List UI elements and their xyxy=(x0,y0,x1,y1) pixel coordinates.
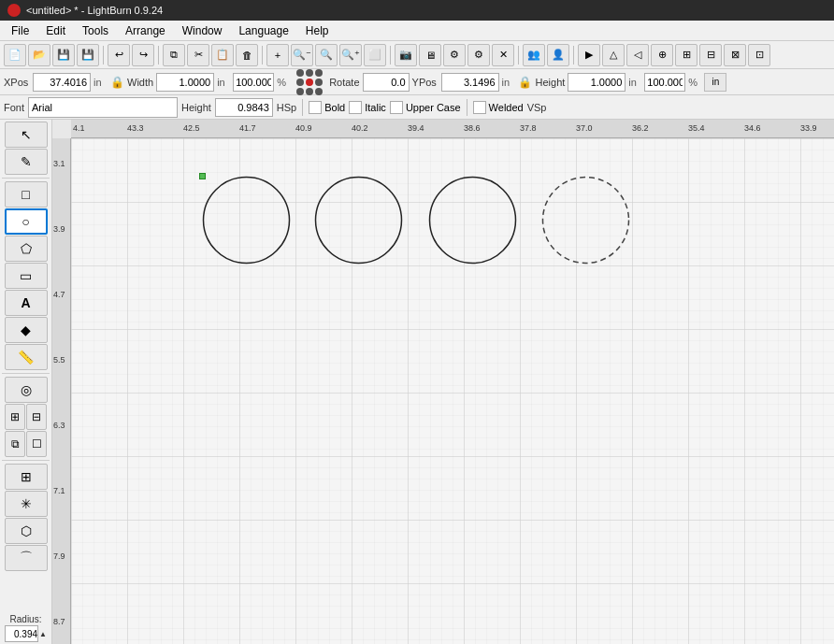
canvas[interactable] xyxy=(71,138,834,644)
toolbar-btn-16[interactable]: 🔍⁺ xyxy=(339,44,362,66)
toolbar-btn-10[interactable]: 📋 xyxy=(211,44,234,66)
bold-checkbox[interactable] xyxy=(309,101,322,114)
radius-up-btn[interactable]: ▲ xyxy=(39,630,47,638)
grid-dot xyxy=(315,79,323,86)
grid-dot xyxy=(315,69,323,77)
toolbar-btn-15[interactable]: 🔍 xyxy=(315,44,338,66)
toolbar-btn-9[interactable]: ✂ xyxy=(187,44,209,66)
toolbar-btn-33[interactable]: ⊟ xyxy=(699,44,722,66)
welded-checkbox[interactable] xyxy=(473,101,486,114)
rectangle-tool[interactable]: □ xyxy=(5,181,48,208)
vsp-label: VSp xyxy=(527,102,547,113)
toolbar-btn-8[interactable]: ⧉ xyxy=(163,44,185,66)
toolbar-btn-32[interactable]: ⊞ xyxy=(675,44,697,66)
upper-checkbox[interactable] xyxy=(390,101,403,114)
svg-text:3.1: 3.1 xyxy=(53,159,65,168)
width-input[interactable] xyxy=(156,73,214,92)
edit-tool[interactable]: ✎ xyxy=(5,149,48,175)
svg-text:5.5: 5.5 xyxy=(53,355,65,365)
tool-bottom: Radius: ▲ xyxy=(2,614,50,642)
circle4-container[interactable] xyxy=(541,176,630,265)
radius-input[interactable] xyxy=(5,625,38,642)
toolbar-btn-31[interactable]: ⊕ xyxy=(651,44,673,66)
toolbar-btn-13[interactable]: + xyxy=(266,44,289,66)
dup-tool[interactable]: ⧉ xyxy=(5,431,25,457)
lock-icon2[interactable]: 🔒 xyxy=(518,75,533,90)
xpos-input[interactable] xyxy=(33,73,91,92)
grid-tool[interactable]: ⊞ xyxy=(5,464,48,490)
font-height-input[interactable] xyxy=(215,98,273,117)
xpos-label: XPos xyxy=(4,77,30,88)
ypos-input[interactable] xyxy=(441,73,499,92)
rounded-rect-tool[interactable]: ▭ xyxy=(5,263,48,289)
toolbar-btn-0[interactable]: 📄 xyxy=(4,44,26,66)
toolbar-btn-23[interactable]: ✕ xyxy=(492,44,514,66)
toolbar-btn-11[interactable]: 🗑 xyxy=(236,44,258,66)
toolbar-btn-6[interactable]: ↪ xyxy=(132,44,154,66)
radial-tool[interactable]: ✳ xyxy=(5,491,48,517)
toolbar-btn-29[interactable]: △ xyxy=(602,44,625,66)
width-label: Width xyxy=(127,77,153,88)
toolbar-btn-22[interactable]: ⚙ xyxy=(467,44,490,66)
height-input[interactable] xyxy=(568,73,626,92)
arch-tool[interactable]: ⌒ xyxy=(5,545,48,571)
path-tool[interactable]: ⬡ xyxy=(5,518,48,544)
polygon-tool[interactable]: ⬠ xyxy=(5,236,48,262)
italic-label: Italic xyxy=(365,102,386,113)
svg-text:42.5: 42.5 xyxy=(183,123,200,133)
menu-item-arrange[interactable]: Arrange xyxy=(118,22,173,39)
toolbar2: XPos in 🔒 Width in % Rotate YPos in 🔒 He… xyxy=(0,69,834,95)
font-label: Font xyxy=(4,102,24,113)
select-tool[interactable]: ↖ xyxy=(5,122,48,148)
toolbar-btn-14[interactable]: 🔍⁻ xyxy=(291,44,313,66)
group-tool[interactable]: ⊞ xyxy=(5,404,25,430)
ypos-unit: in xyxy=(502,77,515,88)
menu-item-edit[interactable]: Edit xyxy=(38,22,73,39)
rotate-input[interactable] xyxy=(363,73,410,92)
text-tool[interactable]: A xyxy=(5,290,48,316)
width-pct-input[interactable] xyxy=(233,73,274,92)
toolbar-btn-19[interactable]: 📷 xyxy=(395,44,417,66)
toolbar-btn-26[interactable]: 👤 xyxy=(547,44,569,66)
toolbar-btn-35[interactable]: ⊡ xyxy=(748,44,770,66)
selection-handle1[interactable] xyxy=(199,173,206,179)
ungroup-tool[interactable]: ⊟ xyxy=(26,404,47,430)
italic-checkbox[interactable] xyxy=(349,101,362,114)
offset-tool[interactable]: ◎ xyxy=(5,377,48,403)
toolbar-btn-34[interactable]: ⊠ xyxy=(724,44,746,66)
toolbar-btn-21[interactable]: ⚙ xyxy=(443,44,466,66)
in-button[interactable]: in xyxy=(704,73,726,92)
circle2-container[interactable] xyxy=(314,176,403,265)
ruler-tool[interactable]: 📏 xyxy=(5,344,48,370)
font-input[interactable] xyxy=(28,97,178,118)
svg-text:40.2: 40.2 xyxy=(352,123,368,133)
toolbar3: Font Height HSp Bold Italic Upper Case W… xyxy=(0,95,834,120)
menu-item-language[interactable]: Language xyxy=(231,22,295,39)
toolbar-btn-3[interactable]: 💾 xyxy=(77,44,99,66)
menu-item-window[interactable]: Window xyxy=(175,22,230,39)
point-tool[interactable]: ◆ xyxy=(5,317,48,343)
lock-icon[interactable]: 🔒 xyxy=(109,75,124,90)
toolbox: ↖ ✎ □ ○ ⬠ ▭ A ◆ 📏 ◎ ⊞ ⊟ ⧉ ☐ ⊞ ✳ ⬡ ⌒ Radi… xyxy=(0,120,52,644)
toolbar-btn-30[interactable]: ◁ xyxy=(626,44,649,66)
toolbar-btn-17[interactable]: ⬜ xyxy=(364,44,386,66)
menu-item-file[interactable]: File xyxy=(4,22,36,39)
height-pct-input[interactable] xyxy=(644,73,685,92)
circle1-container[interactable] xyxy=(202,176,291,265)
toolbar-btn-25[interactable]: 👥 xyxy=(523,44,545,66)
pct1-label: % xyxy=(277,77,290,88)
circle3-container[interactable] xyxy=(428,176,517,265)
svg-point-29 xyxy=(430,178,516,264)
toolbar-btn-5[interactable]: ↩ xyxy=(108,44,130,66)
menu-item-tools[interactable]: Tools xyxy=(75,22,116,39)
toolbar-btn-28[interactable]: ▶ xyxy=(578,44,600,66)
cut-tool[interactable]: ☐ xyxy=(26,431,47,457)
ellipse-tool[interactable]: ○ xyxy=(5,208,48,235)
toolbar-btn-1[interactable]: 📂 xyxy=(28,44,50,66)
menu-item-help[interactable]: Help xyxy=(298,22,337,39)
toolbar-btn-2[interactable]: 💾 xyxy=(52,44,75,66)
toolbar-btn-20[interactable]: 🖥 xyxy=(419,44,441,66)
svg-text:7.1: 7.1 xyxy=(53,486,65,495)
canvas-wrapper[interactable]: 4.1 43.3 42.5 41.7 40.9 40.2 39.4 38.6 3… xyxy=(52,120,834,644)
position-grid[interactable] xyxy=(296,69,323,95)
